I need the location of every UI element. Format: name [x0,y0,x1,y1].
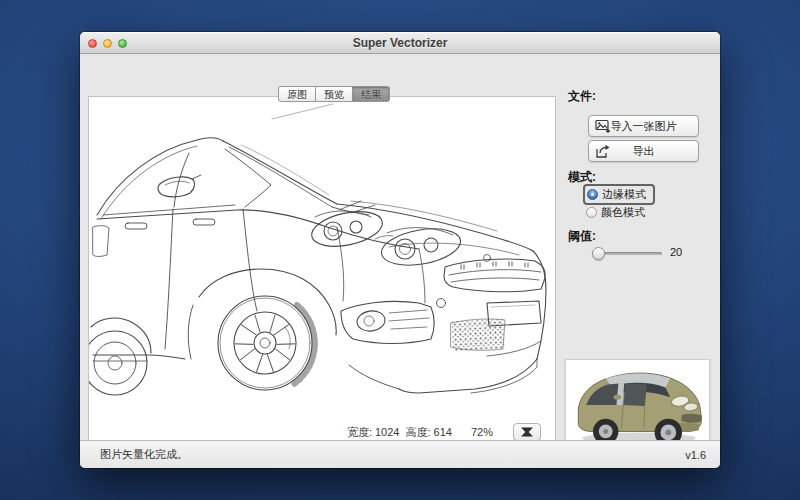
tab-original[interactable]: 原图 [278,86,316,102]
export-button[interactable]: 导出 [588,140,699,162]
image-plus-icon [595,119,611,134]
zoom-percent: 72% [471,426,493,438]
tab-result[interactable]: 结果 [353,86,390,102]
image-dimensions: 宽度:1024 高度:614 [347,425,455,440]
fit-to-window-button[interactable] [513,423,541,441]
vectorized-car-drawing [89,97,556,450]
window-content: 宽度:1024 高度:614 72% 原图 预览 结果 文件: [80,54,720,440]
source-image-thumbnail [565,359,710,452]
radio-unselected-icon [586,207,597,218]
slider-track[interactable] [592,252,662,255]
import-image-button[interactable]: 导入一张图片 [588,115,699,137]
status-message: 图片矢量化完成。 [100,447,188,462]
version-label: v1.6 [685,449,706,461]
radio-edge-mode[interactable]: 边缘模式 [583,184,655,205]
export-label: 导出 [633,144,655,159]
source-car-photo [566,360,709,451]
threshold-slider: 20 [565,246,712,260]
fit-to-window-icon [520,427,534,437]
titlebar[interactable]: Super Vectorizer [80,32,720,54]
view-tab-bar: 原图 预览 结果 [278,86,390,102]
file-section-label: 文件: [568,88,596,105]
edge-mode-label: 边缘模式 [602,187,646,202]
canvas-status-row: 宽度:1024 高度:614 72% [347,423,541,441]
tab-preview[interactable]: 预览 [316,86,353,102]
slider-thumb[interactable] [592,247,605,260]
radio-color-mode[interactable]: 颜色模式 [586,204,645,221]
status-bar: 图片矢量化完成。 v1.6 [80,440,720,468]
import-image-label: 导入一张图片 [611,119,677,134]
threshold-section-label: 阈值: [568,228,596,245]
threshold-value: 20 [670,246,682,258]
height-value: 614 [434,426,452,438]
height-label: 高度: [406,426,431,438]
radio-selected-icon [587,189,598,200]
sidebar: 文件: 导入一张图片 导出 模式: [565,88,712,458]
color-mode-label: 颜色模式 [601,205,645,220]
width-value: 1024 [375,426,399,438]
result-canvas: 宽度:1024 高度:614 72% [88,96,556,450]
width-label: 宽度: [347,426,372,438]
window-title: Super Vectorizer [80,32,720,54]
app-window: Super Vectorizer [80,32,720,468]
share-arrow-icon [595,144,611,159]
